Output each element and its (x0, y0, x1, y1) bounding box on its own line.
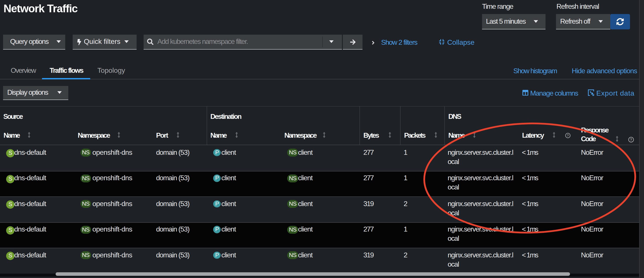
svg-text:?: ? (567, 134, 569, 137)
svg-text:?: ? (630, 138, 632, 142)
